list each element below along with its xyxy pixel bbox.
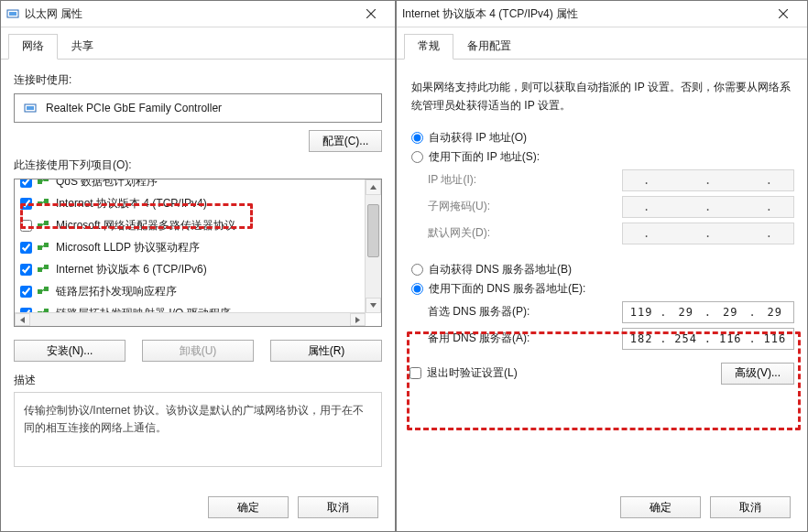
- tab-sharing[interactable]: 共享: [58, 34, 107, 60]
- dns-pref-label: 首选 DNS 服务器(P):: [428, 304, 530, 320]
- tab-network[interactable]: 网络: [8, 34, 58, 60]
- svg-line-11: [42, 201, 44, 203]
- protocol-label: Microsoft LLDP 协议驱动程序: [56, 240, 200, 255]
- ok-button[interactable]: 确定: [620, 496, 701, 518]
- protocol-checkbox[interactable]: [20, 220, 32, 232]
- svg-rect-22: [44, 287, 49, 291]
- connect-using-label: 连接时使用:: [14, 72, 382, 88]
- protocol-checkbox[interactable]: [20, 242, 32, 254]
- adapter-name: Realtek PCIe GbE Family Controller: [46, 102, 222, 114]
- scroll-up-button[interactable]: [366, 179, 381, 195]
- svg-rect-6: [38, 179, 42, 184]
- protocol-list-item[interactable]: 链路层拓扑发现响应程序: [15, 280, 366, 302]
- ip-auto-radio[interactable]: [411, 132, 423, 144]
- adapter-field: Realtek PCIe GbE Family Controller: [14, 93, 382, 123]
- svg-marker-29: [20, 317, 25, 323]
- ip-address-input: ...: [622, 169, 794, 191]
- protocol-checkbox[interactable]: [20, 198, 32, 210]
- subnet-input: ...: [622, 196, 794, 218]
- dns-manual-radio[interactable]: [411, 283, 423, 295]
- advanced-button[interactable]: 高级(V)...: [721, 363, 794, 385]
- svg-rect-16: [44, 243, 49, 247]
- titlebar: Internet 协议版本 4 (TCP/IPv4) 属性: [397, 1, 807, 27]
- scroll-left-button[interactable]: [15, 313, 30, 326]
- validate-checkbox[interactable]: [409, 367, 421, 379]
- intro-text: 如果网络支持此功能，则可以获取自动指派的 IP 设置。否则，你需要从网络系统管理…: [411, 78, 792, 115]
- tabs: 常规 备用配置: [397, 27, 807, 60]
- ipv4-properties-dialog: Internet 协议版本 4 (TCP/IPv4) 属性 常规 备用配置 如果…: [396, 0, 808, 532]
- ip-manual-radio[interactable]: [411, 151, 423, 163]
- dns-auto-radio[interactable]: [411, 264, 423, 276]
- protocol-icon: [38, 286, 50, 297]
- protocol-list-item[interactable]: Internet 协议版本 4 (TCP/IPv4): [15, 192, 366, 214]
- dns-alt-input[interactable]: 182. 254. 116. 116: [622, 328, 794, 350]
- protocol-list-item[interactable]: Microsoft 网络适配器多路传送器协议: [15, 214, 366, 236]
- configure-button[interactable]: 配置(C)...: [309, 130, 382, 152]
- svg-rect-19: [44, 265, 49, 269]
- dns-pref-input[interactable]: 119. 29. 29. 29: [622, 301, 794, 323]
- scroll-track[interactable]: [366, 195, 381, 298]
- properties-button[interactable]: 属性(R): [270, 340, 382, 362]
- ethernet-properties-dialog: 以太网 属性 网络 共享 连接时使用: Realtek PCIe GbE Fam…: [0, 0, 396, 532]
- svg-rect-1: [9, 12, 16, 16]
- vertical-scrollbar[interactable]: [365, 179, 381, 313]
- install-button[interactable]: 安装(N)...: [14, 340, 126, 362]
- ok-button[interactable]: 确定: [208, 496, 289, 518]
- protocol-icon: [38, 220, 50, 231]
- protocol-icon: [38, 198, 50, 209]
- ip-auto-label: 自动获得 IP 地址(O): [429, 130, 527, 146]
- svg-rect-12: [38, 223, 42, 228]
- scroll-down-button[interactable]: [366, 298, 381, 313]
- svg-line-20: [42, 267, 44, 269]
- dialog-body: 连接时使用: Realtek PCIe GbE Family Controlle…: [1, 60, 395, 476]
- svg-rect-13: [44, 221, 49, 225]
- protocol-label: Internet 协议版本 6 (TCP/IPv6): [56, 262, 207, 277]
- protocol-checkbox[interactable]: [20, 264, 32, 276]
- gateway-label: 默认网关(D):: [428, 225, 490, 241]
- horizontal-scrollbar[interactable]: [15, 312, 366, 326]
- svg-marker-28: [370, 303, 377, 308]
- ip-address-label: IP 地址(I):: [428, 172, 476, 188]
- scroll-thumb[interactable]: [367, 204, 379, 257]
- protocol-checkbox[interactable]: [20, 286, 32, 298]
- ethernet-icon: [6, 7, 19, 20]
- tab-alternate[interactable]: 备用配置: [453, 34, 525, 60]
- cancel-button[interactable]: 取消: [298, 496, 378, 518]
- uninstall-button[interactable]: 卸载(U): [142, 340, 254, 362]
- close-button[interactable]: [353, 1, 389, 27]
- svg-marker-27: [370, 185, 377, 190]
- subnet-label: 子网掩码(U):: [428, 199, 490, 214]
- dns-auto-label: 自动获得 DNS 服务器地址(B): [429, 262, 572, 277]
- protocol-list-item[interactable]: Internet 协议版本 6 (TCP/IPv6): [15, 258, 366, 280]
- validate-label: 退出时验证设置(L): [427, 365, 518, 381]
- dns-manual-label: 使用下面的 DNS 服务器地址(E):: [429, 281, 585, 297]
- protocol-label: Internet 协议版本 4 (TCP/IPv4): [56, 196, 207, 212]
- cancel-button[interactable]: 取消: [710, 496, 791, 518]
- items-label: 此连接使用下列项目(O):: [14, 157, 382, 173]
- svg-rect-21: [38, 289, 42, 294]
- protocol-label: 链路层拓扑发现响应程序: [56, 284, 177, 299]
- description-label: 描述: [14, 373, 382, 388]
- adapter-icon: [24, 102, 38, 114]
- tabs: 网络 共享: [1, 27, 395, 60]
- scroll-right-button[interactable]: [350, 313, 366, 326]
- svg-rect-7: [44, 179, 49, 181]
- svg-line-8: [42, 179, 44, 181]
- scroll-track-h[interactable]: [30, 313, 350, 326]
- protocol-icon: [38, 264, 50, 275]
- tab-general[interactable]: 常规: [404, 34, 453, 60]
- protocol-list-item[interactable]: QoS 数据包计划程序: [15, 179, 366, 192]
- svg-rect-18: [38, 267, 42, 272]
- protocol-icon: [38, 242, 50, 253]
- protocol-checkbox[interactable]: [20, 179, 32, 188]
- gateway-input: ...: [622, 223, 794, 244]
- close-button[interactable]: [765, 1, 802, 27]
- protocol-listbox[interactable]: QoS 数据包计划程序Internet 协议版本 4 (TCP/IPv4)Mic…: [14, 179, 382, 327]
- dialog-body: 如果网络支持此功能，则可以获取自动指派的 IP 设置。否则，你需要从网络系统管理…: [397, 60, 807, 394]
- svg-rect-5: [27, 106, 34, 110]
- svg-rect-10: [44, 199, 49, 203]
- protocol-list-item[interactable]: Microsoft LLDP 协议驱动程序: [15, 236, 366, 258]
- titlebar: 以太网 属性: [1, 1, 395, 27]
- protocol-label: Microsoft 网络适配器多路传送器协议: [56, 218, 235, 233]
- svg-line-14: [42, 223, 44, 225]
